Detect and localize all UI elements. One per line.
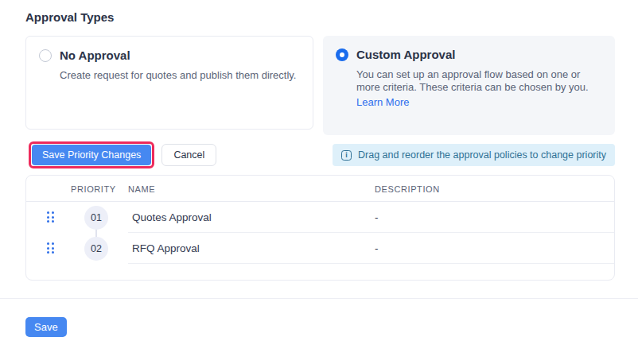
radio-no-approval[interactable] xyxy=(39,49,52,62)
option-description: Create request for quotes and publish th… xyxy=(60,69,302,82)
option-title: No Approval xyxy=(60,48,130,62)
option-header: No Approval xyxy=(39,48,300,62)
approval-type-options: No Approval Create request for quotes an… xyxy=(25,36,615,135)
section-divider xyxy=(0,298,638,299)
option-description: You can set up an approval flow based on… xyxy=(356,68,599,94)
priority-badge: 01 xyxy=(84,206,108,230)
cancel-button[interactable]: Cancel xyxy=(161,144,216,166)
save-button[interactable]: Save xyxy=(25,317,67,337)
option-header: Custom Approval xyxy=(336,48,602,61)
radio-dot xyxy=(340,52,344,57)
option-card-custom-approval[interactable]: Custom Approval You can set up an approv… xyxy=(323,36,615,135)
info-icon: i xyxy=(341,150,352,161)
option-card-no-approval[interactable]: No Approval Create request for quotes an… xyxy=(25,36,313,130)
radio-custom-approval[interactable] xyxy=(336,48,348,61)
save-priority-changes-button[interactable]: Save Priority Changes xyxy=(32,145,151,165)
priority-actions-row: Save Priority Changes Cancel i Drag and … xyxy=(25,141,615,169)
policy-description: - xyxy=(375,242,379,254)
drag-handle-icon[interactable] xyxy=(47,242,54,254)
option-title: Custom Approval xyxy=(356,48,455,61)
column-header-description: DESCRIPTION xyxy=(375,184,440,194)
policy-description: - xyxy=(375,211,379,223)
priority-badge: 02 xyxy=(84,237,108,261)
column-header-name: NAME xyxy=(128,184,155,194)
drag-reorder-banner: i Drag and reorder the approval policies… xyxy=(333,144,615,166)
column-header-priority: PRIORITY xyxy=(71,184,116,194)
table-header-row: PRIORITY NAME DESCRIPTION xyxy=(26,176,614,202)
highlight-annotation: Save Priority Changes xyxy=(29,141,154,168)
table-row: 01 Quotes Approval - xyxy=(26,202,614,233)
policy-name: RFQ Approval xyxy=(132,242,200,254)
table-row: 02 RFQ Approval - xyxy=(26,233,614,264)
banner-text: Drag and reorder the approval policies t… xyxy=(358,149,606,161)
policy-name: Quotes Approval xyxy=(132,211,212,223)
drag-handle-icon[interactable] xyxy=(47,211,54,223)
approval-policies-table: PRIORITY NAME DESCRIPTION 01 Quotes Appr… xyxy=(25,175,615,281)
learn-more-link[interactable]: Learn More xyxy=(356,96,409,108)
page-title: Approval Types xyxy=(25,10,114,24)
